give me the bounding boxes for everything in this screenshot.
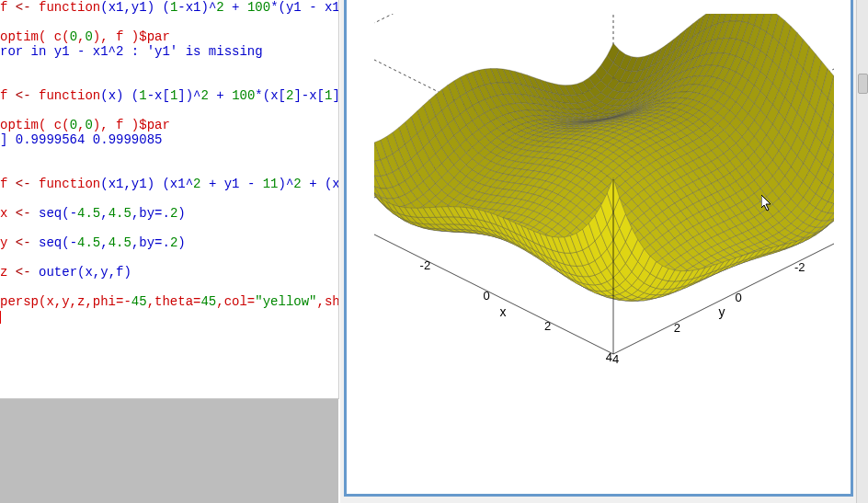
x-tick-label: -2 [420, 258, 431, 272]
code-line[interactable]: z <- outer(x,y,f) [0, 265, 338, 280]
code-line[interactable]: ] 0.9999564 0.9999085 [0, 132, 338, 147]
code-line[interactable]: y <- seq(-4.5,4.5,by=.2) [0, 235, 338, 250]
persp-surface-plot: 100200300400500-4-2024-4-2024xy [374, 14, 834, 483]
code-line[interactable]: f <- function(x) (1-x[1])^2 + 100*(x[2]-… [0, 88, 338, 103]
code-line[interactable] [0, 59, 338, 74]
code-line[interactable] [0, 309, 338, 324]
svg-line-10 [374, 14, 613, 41]
x-tick-label: 2 [544, 319, 551, 333]
code-line[interactable]: f <- function(x1,y1) (x1^2 + y1 - 11)^2 … [0, 177, 338, 191]
x-tick-label: 4 [606, 350, 612, 364]
y-tick-label: 4 [612, 352, 619, 366]
code-line[interactable]: ror in y1 - x1^2 : 'y1' is missing [0, 44, 338, 59]
code-line[interactable] [0, 74, 338, 88]
plot-area[interactable]: 100200300400500-4-2024-4-2024xy [374, 14, 834, 483]
editor-gutter-background [0, 399, 338, 503]
code-editor-pane[interactable]: f <- function(x1,y1) (1-x1)^2 + 100*(y1 … [0, 0, 339, 399]
plot-frame: 100200300400500-4-2024-4-2024xy [344, 0, 853, 497]
code-line[interactable]: optim( c(0,0), f )$par [0, 29, 338, 44]
y-tick-label: 2 [674, 321, 680, 335]
code-line[interactable] [0, 250, 338, 265]
code-content[interactable]: f <- function(x1,y1) (1-x1)^2 + 100*(y1 … [0, 0, 338, 324]
code-line[interactable] [0, 191, 338, 206]
y-tick-label: 0 [735, 291, 741, 304]
x-tick-label: 0 [483, 289, 489, 303]
code-line[interactable] [0, 280, 338, 294]
code-line[interactable] [0, 15, 338, 29]
code-line[interactable] [0, 103, 338, 118]
code-line[interactable]: optim( c(0,0), f )$par [0, 118, 338, 132]
plot-window: 100200300400500-4-2024-4-2024xy [340, 0, 868, 503]
code-line[interactable] [0, 162, 338, 177]
code-line[interactable]: x <- seq(-4.5,4.5,by=.2) [0, 206, 338, 221]
y-tick-label: -2 [794, 260, 805, 274]
vertical-scrollbar[interactable] [856, 0, 868, 503]
scrollbar-thumb[interactable] [858, 74, 868, 94]
code-line[interactable] [0, 221, 338, 235]
code-line[interactable]: persp(x,y,z,phi=-45,theta=45,col="yellow… [0, 294, 338, 309]
code-line[interactable]: f <- function(x1,y1) (1-x1)^2 + 100*(y1 … [0, 0, 338, 15]
x-axis-label: x [500, 304, 507, 319]
y-axis-label: y [719, 304, 725, 319]
code-line[interactable] [0, 147, 338, 162]
